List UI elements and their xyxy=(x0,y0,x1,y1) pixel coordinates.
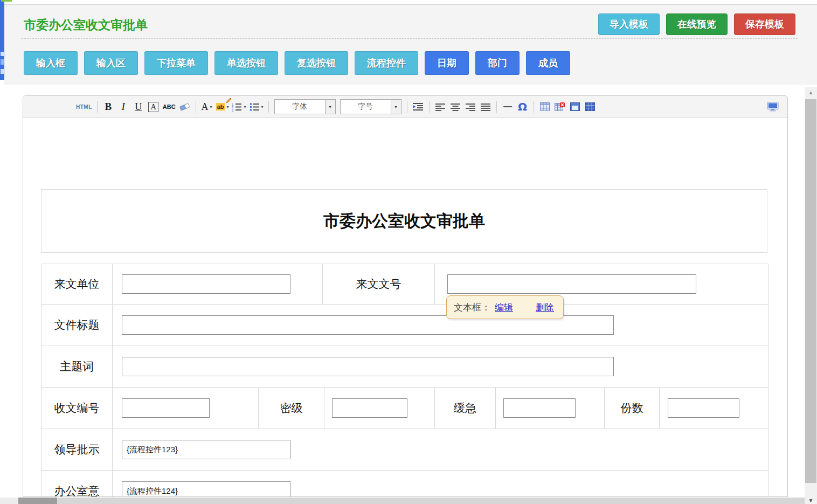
special-character-icon[interactable]: Ω xyxy=(517,100,529,114)
widget-button-radio[interactable]: 单选按钮 xyxy=(214,51,278,75)
table-cell-properties-icon[interactable] xyxy=(569,100,581,114)
scroll-up-arrow-icon[interactable]: ▲ xyxy=(805,89,817,95)
tooltip-label: 文本框： xyxy=(454,301,490,314)
underline-icon[interactable]: U xyxy=(133,100,144,114)
form-table: 来文单位 来文文号 文件标题 xyxy=(41,264,768,497)
align-left-icon[interactable] xyxy=(434,100,446,114)
background-window-edge xyxy=(0,0,4,80)
page-title: 市委办公室收文审批单 xyxy=(24,17,148,33)
pencil-icon xyxy=(226,98,231,103)
field-context-tooltip: 文本框： 编辑 删除 xyxy=(446,295,564,319)
delete-link[interactable]: 删除 xyxy=(536,301,554,314)
field-label-receipt-number: 收文编号 xyxy=(54,401,100,416)
editor-toolbar: HTML B I U A ABC A▾ ab xyxy=(23,96,787,118)
field-label-urgency: 缓急 xyxy=(454,401,476,416)
svg-text:3: 3 xyxy=(232,108,233,112)
toolbar-separator xyxy=(196,101,196,113)
field-label-leader-comments: 领导批示 xyxy=(54,442,100,457)
toolbar-separator xyxy=(534,101,534,113)
vertical-scrollbar[interactable]: ▲ ▼ xyxy=(805,87,817,504)
window-edge-mark xyxy=(1,59,4,65)
security-level-input[interactable] xyxy=(332,398,407,418)
table-row: 办公室意 xyxy=(41,471,768,497)
insert-table-icon[interactable] xyxy=(539,100,551,114)
italic-icon[interactable]: I xyxy=(117,100,129,114)
incoming-unit-input[interactable] xyxy=(122,274,290,294)
table-row: 领导批示 xyxy=(41,429,768,471)
bold-icon[interactable]: B xyxy=(102,100,114,114)
table-row: 收文编号 密级 缓急 xyxy=(41,388,768,429)
highlight-color-icon[interactable]: ab ▾ xyxy=(216,100,229,114)
align-right-icon[interactable] xyxy=(465,100,476,114)
vertical-scrollbar-thumb[interactable] xyxy=(805,99,816,483)
field-label-subject-words: 主题词 xyxy=(60,359,94,374)
widget-button-checkbox[interactable]: 复选按钮 xyxy=(285,51,348,75)
html-source-icon[interactable]: HTML xyxy=(76,100,92,114)
import-template-button[interactable]: 导入模板 xyxy=(598,13,660,35)
scrollbar-corner xyxy=(0,498,18,504)
unordered-list-icon[interactable]: ▾ xyxy=(250,100,264,114)
chevron-down-icon[interactable]: ▾ xyxy=(325,100,335,114)
screen: 市委办公室收文审批单 导入模板 在线预览 保存模板 输入框 输入区 下拉菜单 单… xyxy=(0,0,817,504)
delete-table-icon[interactable] xyxy=(554,100,566,114)
field-label-copies: 份数 xyxy=(621,401,643,416)
office-opinion-input[interactable] xyxy=(122,481,290,497)
remove-format-eraser-icon[interactable] xyxy=(179,100,191,114)
font-color-icon[interactable]: A▾ xyxy=(201,100,213,114)
horizontal-rule-icon[interactable]: — xyxy=(502,100,514,114)
table-row: 来文单位 来文文号 xyxy=(41,264,768,305)
widget-toolbar: 输入框 输入区 下拉菜单 单选按钮 复选按钮 流程控件 日期 部门 成员 xyxy=(24,51,570,75)
table-row: 文件标题 xyxy=(41,305,768,346)
receipt-number-input[interactable] xyxy=(122,398,210,418)
toolbar-separator xyxy=(429,101,430,113)
toolbar-separator xyxy=(496,101,497,113)
text-border-icon[interactable]: A xyxy=(148,102,158,112)
align-center-icon[interactable] xyxy=(449,100,461,114)
horizontal-scrollbar[interactable] xyxy=(0,498,805,504)
scroll-down-arrow-icon[interactable]: ▼ xyxy=(805,498,817,503)
rich-text-editor: HTML B I U A ABC A▾ ab xyxy=(23,95,788,497)
horizontal-scrollbar-thumb[interactable] xyxy=(18,498,57,504)
field-label-incoming-unit: 来文单位 xyxy=(54,277,100,292)
window-edge-mark xyxy=(1,52,4,56)
font-size-select[interactable]: 字号 ▾ xyxy=(340,99,401,114)
widget-button-date[interactable]: 日期 xyxy=(425,51,469,75)
copies-input[interactable] xyxy=(668,398,739,418)
window-edge-chip xyxy=(1,0,12,2)
save-template-button[interactable]: 保存模板 xyxy=(734,13,795,35)
header: 市委办公室收文审批单 导入模板 在线预览 保存模板 输入框 输入区 下拉菜单 单… xyxy=(4,5,817,85)
widget-button-input-area[interactable]: 输入区 xyxy=(84,51,138,75)
strikethrough-icon[interactable]: ABC xyxy=(163,100,176,114)
field-label-document-title: 文件标题 xyxy=(54,317,100,333)
font-family-select[interactable]: 字体 ▾ xyxy=(274,99,336,114)
field-label-office-opinion: 办公室意 xyxy=(54,484,100,497)
document-title: 市委办公室收文审批单 xyxy=(323,210,485,232)
header-actions: 导入模板 在线预览 保存模板 xyxy=(598,13,795,35)
toolbar-separator xyxy=(407,101,407,113)
leader-comments-input[interactable] xyxy=(122,440,290,459)
urgency-input[interactable] xyxy=(503,398,576,418)
dotted-divider xyxy=(22,38,798,39)
online-preview-button[interactable]: 在线预览 xyxy=(666,13,728,35)
editor-content[interactable]: 市委办公室收文审批单 来文单位 来文文号 xyxy=(23,118,787,497)
ordered-list-icon[interactable]: 1 2 3 ▾ xyxy=(232,100,246,114)
widget-button-flow-control[interactable]: 流程控件 xyxy=(355,51,418,75)
edit-link[interactable]: 编辑 xyxy=(495,301,513,314)
table-properties-icon[interactable] xyxy=(584,100,596,114)
document-title-box: 市委办公室收文审批单 xyxy=(41,189,767,253)
field-label-security-level: 密级 xyxy=(280,401,303,416)
toolbar-separator xyxy=(268,101,269,113)
align-justify-icon[interactable] xyxy=(480,100,491,114)
widget-button-input-box[interactable]: 输入框 xyxy=(24,51,78,75)
widget-button-member[interactable]: 成员 xyxy=(526,51,570,75)
toolbar-separator xyxy=(97,101,98,113)
table-row: 主题词 xyxy=(41,346,768,388)
widget-button-department[interactable]: 部门 xyxy=(475,51,520,75)
indent-icon[interactable] xyxy=(412,100,424,114)
subject-words-input[interactable] xyxy=(122,357,614,376)
fullscreen-icon[interactable] xyxy=(767,100,779,114)
field-label-incoming-doc-number: 来文文号 xyxy=(356,277,401,292)
widget-button-dropdown-menu[interactable]: 下拉菜单 xyxy=(144,51,208,75)
incoming-doc-number-input[interactable] xyxy=(447,274,696,294)
chevron-down-icon[interactable]: ▾ xyxy=(391,100,401,114)
